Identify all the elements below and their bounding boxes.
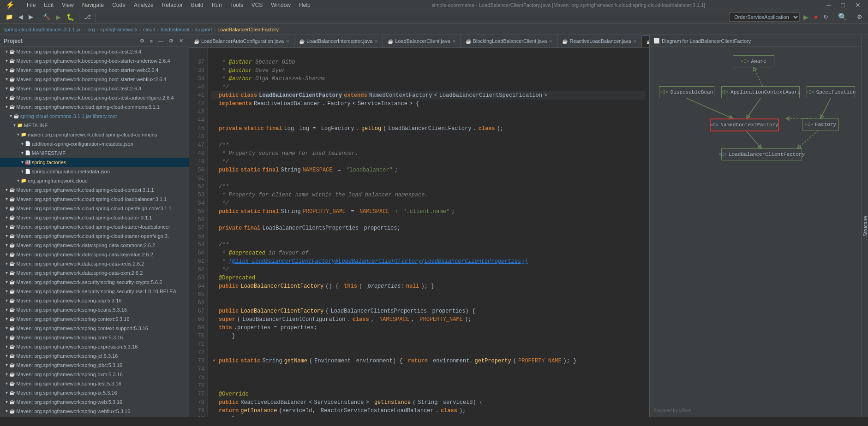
tree-item-5[interactable]: ▾☕Maven: org.springframework.boot:spring…	[0, 93, 189, 102]
tab-2[interactable]: ☕LoadBalancerClient.java✕	[383, 35, 461, 47]
reload-btn[interactable]: ↻	[821, 12, 830, 21]
tree-item-40[interactable]: ▾☕Maven: org.springframework:spring-webm…	[0, 416, 189, 417]
tree-item-21[interactable]: ▾☕Maven: org.springframework.data:spring…	[0, 241, 189, 250]
breadcrumb-springframework[interactable]: springframework	[100, 27, 138, 32]
breadcrumb-jar[interactable]: spring-cloud-loadbalancer-3.1.1.jar	[4, 27, 82, 32]
tab-close-0[interactable]: ✕	[286, 39, 289, 44]
stop-btn[interactable]: ■	[812, 12, 820, 21]
tree-item-28[interactable]: ▾☕Maven: org.springframework:spring-bean…	[0, 305, 189, 314]
run-btn[interactable]: ▶	[54, 12, 63, 22]
uml-node-loadbalancerclientfactory[interactable]: «C»LoadBalancerClientFactory	[721, 148, 802, 160]
menu-analyze[interactable]: Analyze	[130, 1, 157, 9]
tree-item-20[interactable]: ▾☕Maven: org.springframework.cloud:sprin…	[0, 231, 189, 241]
app-selector[interactable]: OrderServiceApplication	[729, 12, 800, 22]
tab-4[interactable]: ☕ReactiveLoadBalancer.java✕	[557, 35, 641, 47]
tree-item-19[interactable]: ▾☕Maven: org.springframework.cloud:sprin…	[0, 222, 189, 231]
tree-item-39[interactable]: ▾☕Maven: org.springframework:spring-webf…	[0, 407, 189, 416]
tree-item-2[interactable]: ▾☕Maven: org.springframework.boot:spring…	[0, 65, 189, 75]
sidebar-expand[interactable]: ≡	[148, 37, 155, 45]
debug-btn[interactable]: 🐛	[65, 12, 76, 22]
tab-0[interactable]: ☕LoadBalancerAutoConfiguration.java✕	[189, 35, 294, 47]
breadcrumb-cloud[interactable]: cloud	[143, 27, 155, 32]
tree-item-31[interactable]: ▾☕Maven: org.springframework:spring-core…	[0, 333, 189, 342]
tree-item-13[interactable]: ▾📄spring-configuration-metadata.json	[0, 167, 189, 176]
tree-item-29[interactable]: ▾☕Maven: org.springframework:spring-cont…	[0, 314, 189, 324]
back-btn[interactable]: ◀	[17, 12, 25, 21]
tree-item-6[interactable]: ▾☕Maven: org.springframework.cloud:sprin…	[0, 102, 189, 112]
tree-item-4[interactable]: ▾☕Maven: org.springframework.boot:spring…	[0, 84, 189, 93]
tree-item-34[interactable]: ▾☕Maven: org.springframework:spring-jdbc…	[0, 361, 189, 370]
uml-node-namedcontextfactory[interactable]: «C»NamedContextFactory	[710, 118, 779, 131]
tree-item-3[interactable]: ▾☕Maven: org.springframework.boot:spring…	[0, 75, 189, 84]
structure-panel[interactable]: Structure	[862, 35, 868, 417]
build-btn[interactable]: 🔨	[41, 12, 52, 21]
sidebar-options[interactable]: ⚙	[138, 37, 146, 45]
tree-item-32[interactable]: ▾☕Maven: org.springframework:spring-expr…	[0, 342, 189, 351]
menu-tools[interactable]: Tools	[227, 1, 247, 9]
menu-view[interactable]: View	[58, 1, 78, 9]
maximize-btn[interactable]: □	[838, 0, 849, 10]
tree-item-8[interactable]: ▾📁META-INF	[0, 121, 189, 130]
tree-item-26[interactable]: ▾☕Maven: org.springframework.security:sp…	[0, 287, 189, 296]
menu-refactor[interactable]: Refactor	[158, 1, 186, 9]
forward-btn[interactable]: ▶	[27, 12, 35, 21]
tab-close-2[interactable]: ✕	[452, 39, 456, 44]
breadcrumb-support[interactable]: support	[195, 27, 212, 32]
tab-1[interactable]: ☕LoadBalancerInterceptor.java✕	[294, 35, 383, 47]
menu-edit[interactable]: Edit	[40, 1, 57, 9]
tree-item-15[interactable]: ▾☕Maven: org.springframework.cloud:sprin…	[0, 185, 189, 195]
tree-item-7[interactable]: ▾☕spring-cloud-commons-3.1.1.jar library…	[0, 112, 189, 121]
tree-item-12[interactable]: ▾🏭spring.factories	[0, 158, 189, 167]
project-icon[interactable]: 📁	[4, 12, 15, 21]
tree-item-27[interactable]: ▾☕Maven: org.springframework:spring-aop:…	[0, 296, 189, 305]
tree-item-37[interactable]: ▾☕Maven: org.springframework:spring-tx:5…	[0, 388, 189, 397]
tab-close-1[interactable]: ✕	[374, 39, 378, 44]
tree-item-11[interactable]: ▾📄MANIFEST.MF	[0, 148, 189, 158]
menu-navigate[interactable]: Navigate	[78, 1, 108, 9]
tree-item-23[interactable]: ▾☕Maven: org.springframework.data:spring…	[0, 259, 189, 268]
tree-item-0[interactable]: ▾☕Maven: org.springframework.boot:spring…	[0, 47, 189, 56]
settings-btn[interactable]: ⚙	[855, 12, 864, 21]
search-everywhere-btn[interactable]: 🔍	[836, 12, 849, 22]
run-app-btn[interactable]: ▶	[802, 12, 810, 22]
tree-item-33[interactable]: ▾☕Maven: org.springframework:spring-jcl:…	[0, 351, 189, 361]
breadcrumb-loadbalancer[interactable]: loadbalancer	[161, 27, 190, 32]
close-btn[interactable]: ✕	[851, 0, 864, 10]
tree-item-36[interactable]: ▾☕Maven: org.springframework:spring-test…	[0, 379, 189, 388]
sidebar-collapse[interactable]: —	[156, 37, 165, 45]
tree-item-30[interactable]: ▾☕Maven: org.springframework:spring-cont…	[0, 324, 189, 333]
diagram-content[interactable]: Powered by yFiles «I»Aware«I»DisposableB…	[650, 47, 862, 417]
git-btn[interactable]: ⎇	[82, 12, 93, 21]
tree-item-25[interactable]: ▾☕Maven: org.springframework.security:sp…	[0, 278, 189, 287]
tree-item-9[interactable]: ▾📁maven.org.springframework.cloud.spring…	[0, 130, 189, 139]
menu-help[interactable]: Help	[295, 1, 314, 9]
menu-build[interactable]: Build	[187, 1, 207, 9]
code-editor[interactable]: 3738394041424344454647484950515253545556…	[189, 48, 649, 417]
tree-item-24[interactable]: ▾☕Maven: org.springframework.data:spring…	[0, 268, 189, 278]
tree-item-22[interactable]: ▾☕Maven: org.springframework.data:spring…	[0, 250, 189, 259]
tab-3[interactable]: ☕BlockingLoadBalancerClient.java✕	[461, 35, 558, 47]
menu-window[interactable]: Window	[267, 1, 294, 9]
tree-item-1[interactable]: ▾☕Maven: org.springframework.boot:spring…	[0, 56, 189, 65]
tab-5[interactable]: ☕LoadBalancerClientFactory.java✕	[642, 35, 649, 47]
tab-close-4[interactable]: ✕	[633, 39, 637, 44]
breadcrumb-org[interactable]: org	[88, 27, 95, 32]
tree-item-16[interactable]: ▾☕Maven: org.springframework.cloud:sprin…	[0, 195, 189, 204]
tab-close-3[interactable]: ✕	[549, 39, 552, 44]
uml-node-aware[interactable]: «I»Aware	[733, 55, 774, 67]
minimize-btn[interactable]: ─	[823, 0, 835, 10]
uml-node-specification[interactable]: «I»Specification	[807, 86, 855, 98]
uml-node-factory[interactable]: «I»Factory	[802, 118, 839, 130]
tree-item-35[interactable]: ▾☕Maven: org.springframework:spring-oxm:…	[0, 370, 189, 379]
sidebar-gear[interactable]: ⚙	[167, 37, 175, 45]
tree-item-14[interactable]: ▾📁org.springframework.cloud	[0, 176, 189, 185]
sidebar-close[interactable]: ✕	[177, 37, 185, 45]
menu-file[interactable]: File	[23, 1, 39, 9]
tree-item-17[interactable]: ▾☕Maven: org.springframework.cloud:sprin…	[0, 204, 189, 213]
menu-vcs[interactable]: VCS	[248, 1, 267, 9]
menu-code[interactable]: Code	[108, 1, 129, 9]
tree-item-38[interactable]: ▾☕Maven: org.springframework:spring-web:…	[0, 397, 189, 407]
tree-item-10[interactable]: ▾📄additional-spring-configuration-metada…	[0, 139, 189, 148]
uml-node-applicationcontextaware[interactable]: «I»ApplicationContextAware	[721, 86, 800, 98]
uml-node-disposablebean[interactable]: «I»DisposableBean	[659, 86, 714, 98]
